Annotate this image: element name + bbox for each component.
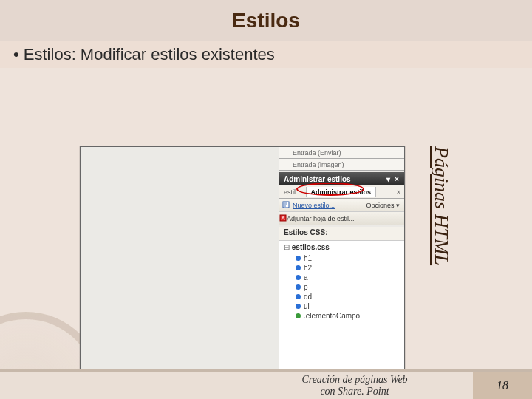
- css-rule-item[interactable]: h1: [296, 253, 404, 263]
- panel-titlebar: Administrar estilos ▾ ×: [279, 172, 404, 185]
- css-rule-item[interactable]: p: [296, 282, 404, 292]
- css-rule-item[interactable]: dd: [296, 292, 404, 301]
- selector-dot-icon: [296, 304, 301, 309]
- css-rule-item[interactable]: .elementoCampo: [296, 311, 404, 321]
- selector-dot-icon: [296, 275, 301, 280]
- panel-dropdown-icon[interactable]: ▾: [383, 175, 392, 183]
- css-file-root[interactable]: estilos.css: [279, 241, 404, 253]
- selector-dot-icon: [296, 284, 301, 290]
- panel-close-icon[interactable]: ×: [392, 175, 401, 183]
- new-style-link[interactable]: Nuevo estilo...: [293, 202, 335, 209]
- new-style-icon: [282, 201, 290, 210]
- selector-dot-icon: [296, 256, 301, 261]
- selector-dot-icon: [296, 294, 301, 299]
- tab-estilos[interactable]: estil...: [279, 187, 307, 197]
- screenshot-canvas: [81, 147, 280, 399]
- screenshot: Entrada (Enviar) Entrada (imagen) Admini…: [80, 146, 405, 399]
- panel-title: Administrar estilos: [284, 175, 351, 183]
- panel-toolbar: Nuevo estilo... Opciones ▾: [279, 199, 404, 212]
- tab-administrar-estilos[interactable]: Administrar estilos: [307, 187, 377, 197]
- footer-center: Creación de páginas Web con Share. Point: [0, 374, 473, 397]
- options-link[interactable]: Opciones ▾: [366, 202, 400, 209]
- footer-line-2: con Share. Point: [236, 386, 473, 397]
- css-rule-item[interactable]: a: [296, 273, 404, 282]
- tab-close-icon[interactable]: ×: [393, 188, 404, 196]
- attach-stylesheet-link[interactable]: Adjuntar hoja de estil...: [287, 215, 355, 222]
- selector-dot-icon: [296, 265, 301, 270]
- panel-tabs: estil... Administrar estilos ×: [279, 185, 404, 199]
- header-row-2: Entrada (imagen): [279, 159, 404, 171]
- footer-line-1: Creación de páginas Web: [236, 374, 473, 385]
- title-band: Estilos: [0, 0, 532, 41]
- footer-page-number: 18: [473, 372, 532, 399]
- header-row-2-label: Entrada (imagen): [293, 161, 344, 168]
- panel-toolbar-2: A Adjuntar hoja de estil...: [279, 212, 404, 225]
- css-rule-list: h1 h2 a p dd ul .elementoCampo: [279, 253, 404, 321]
- class-dot-icon: [296, 313, 301, 318]
- css-section-label: Estilos CSS:: [279, 227, 404, 240]
- bullet-text: Estilos: Modificar estilos existentes: [13, 45, 275, 64]
- bullet-area: Estilos: Modificar estilos existentes: [0, 41, 532, 68]
- content-area: VALÈNCIA Entrada (Enviar) Entrada (image…: [0, 68, 532, 369]
- footer: Creación de páginas Web con Share. Point…: [0, 369, 532, 399]
- slide-title: Estilos: [232, 9, 300, 33]
- css-rule-item[interactable]: h2: [296, 263, 404, 273]
- side-label: Páginas HTML: [430, 146, 452, 265]
- slide: Estilos Estilos: Modificar estilos exist…: [0, 0, 532, 399]
- header-row-1-label: Entrada (Enviar): [293, 149, 341, 157]
- css-tree: estilos.css h1 h2 a p dd ul .elementoCam…: [279, 240, 404, 382]
- attach-stylesheet-icon: A: [279, 214, 287, 223]
- css-rule-item[interactable]: ul: [296, 301, 404, 311]
- header-row-1: Entrada (Enviar): [279, 147, 404, 159]
- svg-text:A: A: [282, 216, 285, 221]
